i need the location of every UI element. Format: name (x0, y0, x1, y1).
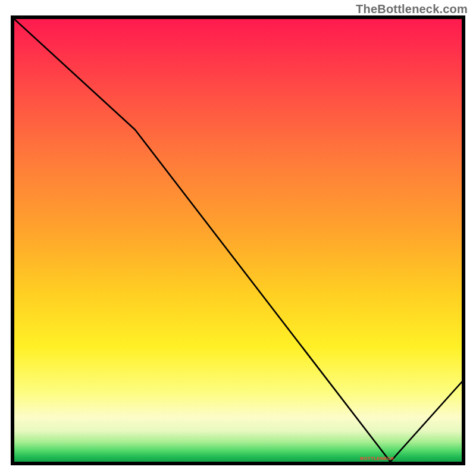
bottleneck-marker-label: BOTTLENECK (360, 456, 394, 461)
chart-canvas: TheBottleneck.com BOTTLENECK (0, 0, 476, 476)
bottleneck-curve (14, 19, 462, 462)
line-overlay-svg (14, 19, 462, 462)
plot-frame: BOTTLENECK (11, 15, 465, 465)
watermark-text: TheBottleneck.com (356, 2, 468, 16)
plot-area: BOTTLENECK (14, 19, 462, 462)
